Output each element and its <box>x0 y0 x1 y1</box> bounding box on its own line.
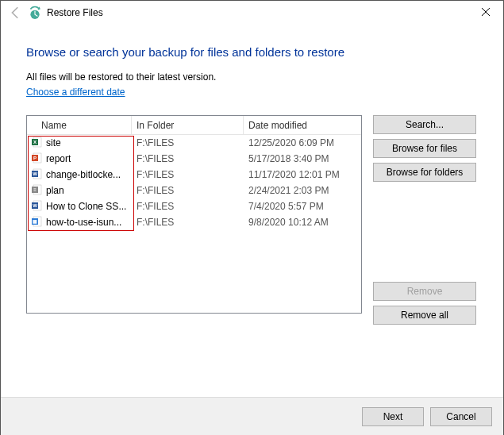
word-file-icon: W <box>32 200 43 214</box>
file-name: change-bitlocke... <box>46 169 121 180</box>
file-date: 9/8/2020 10:12 AM <box>244 217 355 228</box>
column-header-date[interactable]: Date modified <box>244 116 347 134</box>
table-row[interactable]: W change-bitlocke... F:\FILES 11/17/2020… <box>27 167 361 183</box>
description-text: All files will be restored to their late… <box>26 71 478 83</box>
file-folder: F:\FILES <box>132 185 244 196</box>
window-title: Restore Files <box>47 7 103 18</box>
text-file-icon: ≡ <box>32 184 43 198</box>
svg-text:W: W <box>33 203 37 208</box>
browse-folders-button[interactable]: Browse for folders <box>373 163 476 182</box>
excel-file-icon: X <box>32 137 43 150</box>
file-date: 7/4/2020 5:57 PM <box>244 201 355 212</box>
table-row[interactable]: W How to Clone SS... F:\FILES 7/4/2020 5… <box>27 198 361 214</box>
cancel-button[interactable]: Cancel <box>430 407 492 426</box>
remove-all-button[interactable]: Remove all <box>373 306 476 325</box>
word-file-icon: W <box>32 168 43 182</box>
back-arrow-icon[interactable] <box>9 6 23 20</box>
page-heading: Browse or search your backup for files a… <box>26 45 478 59</box>
file-folder: F:\FILES <box>132 201 244 212</box>
svg-text:W: W <box>33 171 37 176</box>
svg-text:P: P <box>33 156 37 160</box>
file-folder: F:\FILES <box>132 217 244 228</box>
remove-button: Remove <box>373 282 476 301</box>
file-folder: F:\FILES <box>132 137 244 148</box>
browse-files-button[interactable]: Browse for files <box>373 139 476 158</box>
file-folder: F:\FILES <box>132 169 244 180</box>
choose-date-link[interactable]: Choose a different date <box>26 87 125 98</box>
table-row[interactable]: ≡ plan F:\FILES 2/24/2021 2:03 PM <box>27 183 361 198</box>
svg-text:≡: ≡ <box>33 187 37 192</box>
svg-text:▦: ▦ <box>33 219 37 224</box>
file-date: 11/17/2020 12:01 PM <box>244 169 355 180</box>
file-folder: F:\FILES <box>132 153 244 164</box>
search-button[interactable]: Search... <box>373 115 476 134</box>
table-row[interactable]: X site F:\FILES 12/25/2020 6:09 PM <box>27 135 361 151</box>
image-file-icon: ▦ <box>32 216 43 229</box>
column-header-name[interactable]: Name <box>27 116 132 134</box>
next-button[interactable]: Next <box>362 407 424 426</box>
file-date: 5/17/2018 3:40 PM <box>244 153 355 164</box>
file-list: Name In Folder Date modified X site F:\F… <box>26 115 362 314</box>
file-name: report <box>46 153 71 164</box>
restore-files-icon <box>28 6 42 20</box>
close-button[interactable] <box>468 1 503 23</box>
file-date: 12/25/2020 6:09 PM <box>244 137 355 148</box>
file-date: 2/24/2021 2:03 PM <box>244 185 355 196</box>
table-row[interactable]: ▦ how-to-use-isun... F:\FILES 9/8/2020 1… <box>27 214 361 230</box>
file-name: how-to-use-isun... <box>46 217 121 228</box>
file-name: How to Clone SS... <box>46 201 126 212</box>
file-name: site <box>46 137 61 148</box>
table-row[interactable]: P report F:\FILES 5/17/2018 3:40 PM <box>27 151 361 167</box>
column-header-folder[interactable]: In Folder <box>132 116 244 134</box>
svg-text:X: X <box>33 140 37 144</box>
footer-bar: Next Cancel <box>1 397 503 435</box>
ppt-file-icon: P <box>32 152 43 166</box>
file-name: plan <box>46 185 64 196</box>
